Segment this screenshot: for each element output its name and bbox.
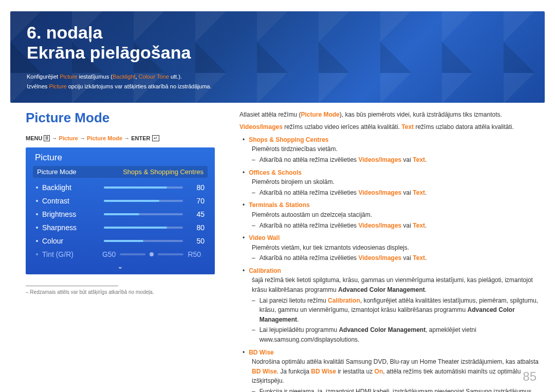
osd-slider-row: Colour50 (33, 234, 208, 248)
osd-mode-row: Picture Mode Shops & Shopping Centres (33, 166, 208, 178)
mode-item: •Offices & SchoolsPiemērots birojiem un … (243, 168, 542, 198)
mode-item: •Video WallPiemērots vietām, kur tiek iz… (243, 233, 542, 263)
osd-slider-row: Contrast70 (33, 194, 208, 208)
chapter-banner: 6. nodaļa Ekrāna pielāgošana Konfigurēji… (10, 11, 545, 103)
osd-title: Picture (33, 153, 208, 163)
enter-icon: ↵ (152, 135, 159, 141)
chapter-number: 6. nodaļa (27, 23, 102, 42)
osd-slider-row: Brightness45 (33, 208, 208, 221)
banner-sub1: Konfigurējiet Picture iestatījumus (Back… (27, 72, 534, 82)
menu-icon: Ⅲ (44, 135, 50, 141)
osd-preview: Picture Picture Mode Shops & Shopping Ce… (26, 147, 215, 274)
osd-slider-row: Sharpness80 (33, 221, 208, 234)
intro-line-1: Atlasiet attēla režīmu (Picture Mode), k… (239, 110, 542, 120)
osd-slider-row: Backlight80 (33, 181, 208, 194)
osd-mode-label: Picture Mode (37, 168, 77, 176)
osd-tint-row: Tint (G/R) G50 R50 (33, 248, 208, 261)
chapter-title: Ekrāna pielāgošana (27, 43, 191, 62)
chapter-heading: 6. nodaļa Ekrāna pielāgošana (27, 23, 534, 63)
menu-path: MENU Ⅲ → Picture → Picture Mode → ENTER … (26, 135, 215, 141)
mode-item: •Terminals & StationsPiemērots autoostām… (243, 200, 542, 230)
mode-item: •Shops & Shopping CentresPiemērots tirdz… (243, 135, 542, 165)
left-column: Picture Mode MENU Ⅲ → Picture → Picture … (26, 110, 215, 392)
chevron-down-icon: ⌄ (33, 261, 208, 271)
mode-bdwise: •BD Wise Nodrošina optimālu attēla kvali… (243, 348, 542, 392)
footnote: – Redzamais attēls var būt atšķirīgs atk… (26, 289, 215, 295)
osd-mode-value: Shops & Shopping Centres (123, 168, 203, 176)
mode-calibration: •Calibration šajā režīmā tiek lietoti sp… (243, 266, 542, 345)
right-column: Atlasiet attēla režīmu (Picture Mode), k… (239, 110, 542, 392)
footnote-rule (26, 286, 118, 286)
intro-line-2: Videos/Images režīms uzlabo video ierīce… (239, 122, 542, 132)
page-number: 85 (523, 369, 536, 384)
section-title: Picture Mode (26, 110, 215, 126)
banner-sub2: Izvēlnes Picture opciju izkārtojums var … (27, 82, 534, 91)
